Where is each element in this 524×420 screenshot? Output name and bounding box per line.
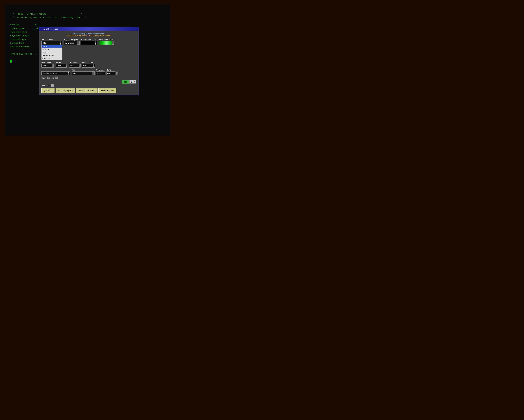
font-field[interactable]: Auto ▲ ▼ [72, 71, 95, 75]
terminal-type-value: ANSI [42, 42, 59, 44]
data-length-label: Data Length [41, 61, 54, 63]
background-color-label: Background Color [81, 39, 97, 41]
keyboard-layout-field[interactable]: US English ▲ ▼ [64, 41, 79, 45]
sb-arrow-up[interactable]: ▲ [79, 64, 80, 66]
rows-arrows[interactable]: ▲ ▼ [116, 71, 118, 75]
dl-arrow-down[interactable]: ▼ [52, 66, 53, 67]
columns-field[interactable]: Max ▲ ▼ [96, 71, 105, 75]
terminal-line-6: Keyboard Layout [10, 35, 30, 37]
dropdown-item-ansi[interactable]: ANSI [42, 45, 62, 48]
fg-color-arrows[interactable]: ▲ ▼ [112, 41, 114, 44]
terminal-type-label: Terminal Type [41, 39, 62, 41]
parity-field[interactable]: None ▲ ▼ [56, 64, 67, 68]
resolution-field[interactable]: 640x480 60Hz, 16 C. ▲ ▼ [41, 71, 70, 75]
columns-value: Max [97, 72, 105, 74]
parity-arrow-down[interactable]: ▼ [66, 66, 67, 67]
dropdown-item-adm3a[interactable]: ADM 3A [42, 48, 62, 51]
fc-arrows[interactable]: ▲ ▼ [93, 64, 94, 67]
rows-field[interactable]: Max ▲ ▼ [106, 71, 115, 75]
bg-arrow-up[interactable]: ▲ [95, 41, 96, 43]
stop-bits-field[interactable]: 1 bit ▲ ▼ [69, 64, 80, 68]
usb-serial-row: USBSerial [41, 84, 136, 87]
font-value: Auto [72, 72, 92, 74]
fg-arrow-up[interactable]: ▲ [112, 41, 114, 43]
keyboard-arrows[interactable]: ▲ ▼ [77, 41, 79, 44]
bg-color-arrows[interactable]: ▲ ▼ [95, 41, 96, 44]
font-group: Font Auto ▲ ▼ [72, 69, 95, 75]
sb-arrows[interactable]: ▲ ▼ [79, 64, 80, 67]
button-row: Quit [ESC] Save & Quit [F10] Reboot [CTR… [41, 88, 136, 93]
data-length-field[interactable]: 8 bits ▲ ▼ [41, 64, 54, 68]
kb-arrow-up[interactable]: ▲ [77, 41, 79, 43]
show-boot-checkbox[interactable]: ✓ [55, 77, 58, 79]
keyboard-layout-value: US English [65, 42, 77, 44]
fc-arrow-down[interactable]: ▼ [93, 66, 94, 67]
foreground-color-label: Foreground Color [99, 39, 114, 41]
background-color-group: Background Color ▲ ▼ [81, 39, 97, 45]
flow-control-group: Flow Control None ▲ ▼ [82, 61, 95, 68]
flow-control-value: None [83, 65, 92, 67]
terminal-config-dialog: Terminal Configuration Press TAB key to … [39, 27, 139, 95]
terminal-type-arrows[interactable]: ▲ ▼ [60, 41, 61, 44]
rows-arrow-down[interactable]: ▼ [116, 73, 118, 75]
dropdown-item-hazeltine[interactable]: Hazeltine 1500 [42, 54, 62, 57]
resolution-value: 640x480 60Hz, 16 C. [42, 72, 67, 74]
cts-button[interactable]: CTS [129, 80, 136, 84]
kb-arrow-down[interactable]: ▼ [77, 43, 79, 44]
show-boot-label: Show Boot Info [41, 77, 54, 79]
usb-serial-checkbox[interactable] [51, 84, 54, 87]
show-boot-row: Show Boot Info ✓ [41, 77, 136, 79]
columns-group: Columns Max ▲ ▼ [96, 69, 105, 75]
foreground-color-field[interactable]: ▲ ▼ [99, 41, 114, 45]
flow-control-label: Flow Control [82, 61, 95, 63]
parity-arrows[interactable]: ▲ ▼ [66, 64, 67, 67]
res-arrow-up[interactable]: ▲ [68, 71, 69, 73]
arrow-up[interactable]: ▲ [60, 41, 61, 43]
columns-label: Columns [96, 69, 105, 71]
background-color-field[interactable]: ▲ ▼ [81, 41, 97, 45]
terminal-line-8: Serial Port [10, 42, 24, 44]
bg-arrow-down[interactable]: ▼ [95, 43, 96, 44]
keyboard-layout-group: Keyboard Layout US English ▲ ▼ [64, 39, 79, 45]
terminal-type-dropdown[interactable]: ANSI ADM 3A ADM 31 Hazeltine 1500 Osborn… [41, 45, 62, 60]
rows-arrow-up[interactable]: ▲ [116, 71, 118, 73]
quit-button[interactable]: Quit [ESC] [41, 88, 55, 93]
reboot-button[interactable]: Reboot [CTRL+ESC] [76, 88, 97, 93]
terminal-line-7: Terminal Type [10, 38, 27, 41]
form-row-1: Terminal Type ANSI ▲ ▼ ANSI [41, 39, 136, 60]
terminal-line-2: * * 2019-2021 by Fabrizio Di Vittorio - … [10, 17, 86, 19]
form-row-2: Data Length 8 bits ▲ ▼ Parity None [41, 61, 136, 68]
dropdown-item-osborne[interactable]: Osborne [42, 57, 62, 60]
install-programs-button[interactable]: Install Programs [98, 88, 116, 93]
sb-arrow-down[interactable]: ▼ [79, 66, 80, 67]
dialog-title: Terminal Configuration [41, 28, 59, 30]
data-length-value: 8 bits [42, 65, 52, 67]
res-arrows[interactable]: ▲ ▼ [68, 71, 69, 75]
terminal-type-container: ANSI ▲ ▼ ANSI ADM 3A ADM 31 Hazeltine 15… [41, 41, 62, 60]
hint-line1: Press TAB key to move between fields [41, 32, 136, 35]
data-length-group: Data Length 8 bits ▲ ▼ [41, 61, 54, 68]
fc-arrow-up[interactable]: ▲ [93, 64, 94, 66]
stop-bits-group: Stop Bits 1 bit ▲ ▼ [69, 61, 80, 68]
terminal-type-field[interactable]: ANSI ▲ ▼ [41, 41, 62, 45]
stop-bits-value: 1 bit [70, 65, 79, 67]
terminal-line-5: Terminal Size : [10, 31, 34, 33]
font-arrow-down[interactable]: ▼ [92, 73, 94, 75]
font-label: Font [72, 69, 95, 71]
flow-control-field[interactable]: None ▲ ▼ [82, 64, 95, 68]
arrow-down[interactable]: ▼ [60, 43, 61, 44]
res-arrow-down[interactable]: ▼ [68, 73, 69, 75]
parity-arrow-up[interactable]: ▲ [66, 64, 67, 66]
font-arrow-up[interactable]: ▲ [92, 71, 94, 73]
rts-cts-row: RTS CTS [41, 80, 136, 84]
font-arrows[interactable]: ▲ ▼ [92, 71, 94, 75]
dropdown-item-adm31[interactable]: ADM 31 [42, 51, 62, 54]
rows-group: Rows Max ▲ ▼ [106, 69, 115, 75]
fg-arrow-down[interactable]: ▼ [112, 43, 114, 44]
save-quit-button[interactable]: Save & Quit [F10] [56, 88, 75, 93]
rows-value: Max [107, 72, 116, 74]
terminal-line-1: * * FabGL - Serial Terminal * * [10, 13, 82, 15]
dl-arrow-up[interactable]: ▲ [52, 64, 53, 66]
rts-button[interactable]: RTS [122, 80, 129, 84]
dl-arrows[interactable]: ▲ ▼ [52, 64, 53, 67]
